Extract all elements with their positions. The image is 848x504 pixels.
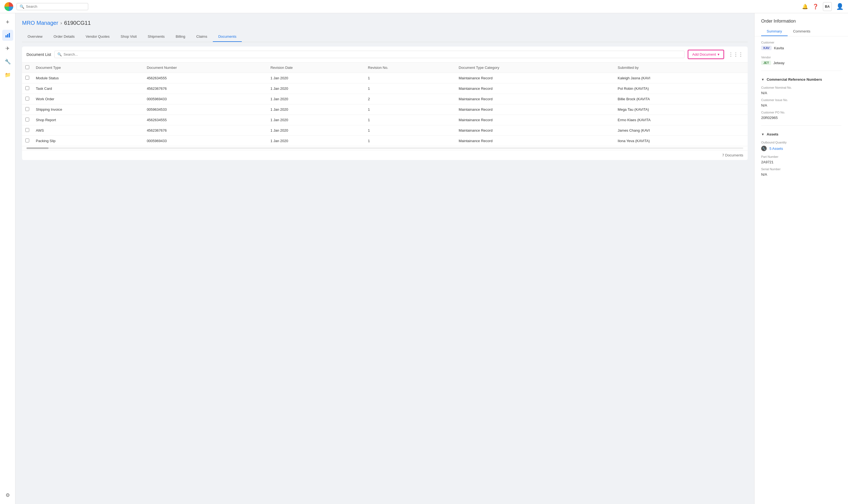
- col-submitted-by: Submitted by: [615, 62, 748, 73]
- row-rev-date: 1 Jan 2020: [267, 104, 365, 115]
- tab-claims[interactable]: Claims: [191, 32, 213, 42]
- document-list-title: Document List: [27, 52, 51, 57]
- sidebar-chart-item[interactable]: [2, 30, 13, 41]
- row-doc-number: 4562634555: [143, 115, 267, 125]
- row-submitted: Ilona Yeva (KAVITA): [615, 136, 748, 146]
- vendor-tag: JET: [761, 60, 771, 65]
- search-icon: 🔍: [20, 4, 24, 9]
- row-checkbox[interactable]: [25, 139, 29, 142]
- section-divider-2: [761, 125, 842, 126]
- row-rev-no: 1: [365, 115, 455, 125]
- customer-name: Kavita: [774, 46, 784, 50]
- table-row: Shipping Invoice 0059634533 1 Jan 2020 1…: [22, 104, 748, 115]
- tab-shipments[interactable]: Shipments: [142, 32, 170, 42]
- row-doc-type: AWS: [33, 125, 143, 136]
- left-sidebar: + ✈ 🔧 📁 ⚙: [0, 13, 15, 504]
- row-rev-no: 2: [365, 94, 455, 104]
- row-checkbox[interactable]: [25, 118, 29, 122]
- row-submitted: Billie Brock (KAVITA: [615, 94, 748, 104]
- search-input[interactable]: [26, 4, 85, 8]
- table-row: Packing Slip 0005969433 1 Jan 2020 1 Mai…: [22, 136, 748, 146]
- sidebar-add-button[interactable]: +: [2, 17, 13, 28]
- customer-label: Customer: [761, 41, 842, 44]
- add-document-label: Add Document: [692, 52, 716, 56]
- document-count: 7 Documents: [22, 150, 748, 160]
- row-rev-no: 1: [365, 104, 455, 115]
- app-logo: [4, 2, 13, 11]
- row-category: Maintainance Record: [455, 136, 615, 146]
- row-submitted: Pol Robin (KAVITA): [615, 84, 748, 94]
- row-doc-type: Packing Slip: [33, 136, 143, 146]
- right-tab-comments[interactable]: Comments: [788, 27, 816, 36]
- customer-nominal-value: N/A: [761, 91, 842, 95]
- row-category: Maintainance Record: [455, 94, 615, 104]
- breadcrumb-link[interactable]: MRO Manager: [22, 20, 58, 26]
- tab-order-details[interactable]: Order Details: [48, 32, 80, 42]
- row-doc-type: Shop Report: [33, 115, 143, 125]
- row-submitted: James Chang (KAVI: [615, 125, 748, 136]
- tab-overview[interactable]: Overview: [22, 32, 48, 42]
- tab-vendor-quotes[interactable]: Vendor Quotes: [80, 32, 115, 42]
- top-navigation: 🔍 🔔 ❓ BA 👤: [0, 0, 848, 13]
- vendor-name: Jetway: [773, 61, 784, 65]
- row-submitted: Kaleigh Jasna (KAVI: [615, 73, 748, 84]
- user-initials-badge[interactable]: BA: [823, 2, 832, 11]
- user-avatar-icon[interactable]: 👤: [836, 3, 844, 10]
- row-doc-type: Shipping Invoice: [33, 104, 143, 115]
- document-search[interactable]: 🔍: [54, 51, 685, 58]
- document-panel: Document List 🔍 Add Document ▾ ⋮⋮⋮ Docum…: [22, 47, 748, 160]
- row-doc-type: Task Card: [33, 84, 143, 94]
- document-panel-header: Document List 🔍 Add Document ▾ ⋮⋮⋮: [22, 47, 748, 62]
- tab-documents[interactable]: Documents: [213, 32, 242, 42]
- part-number-label: Part Number: [761, 155, 842, 158]
- tab-shop-visit[interactable]: Shop Visit: [115, 32, 142, 42]
- row-rev-no: 1: [365, 125, 455, 136]
- grid-view-icon[interactable]: ⋮⋮⋮: [728, 52, 743, 57]
- doc-search-icon: 🔍: [57, 52, 62, 56]
- row-doc-type: Work Order: [33, 94, 143, 104]
- table-scrollbar[interactable]: [22, 146, 748, 150]
- assets-title: Assets: [767, 132, 779, 136]
- row-doc-type: Module Status: [33, 73, 143, 84]
- row-doc-number: 4562367676: [143, 125, 267, 136]
- row-checkbox[interactable]: [25, 76, 29, 79]
- row-checkbox[interactable]: [25, 97, 29, 101]
- assets-arrow-icon: ▼: [761, 132, 764, 136]
- row-checkbox[interactable]: [25, 107, 29, 111]
- breadcrumb-current: 6190CG11: [64, 20, 91, 26]
- sidebar-plane-item[interactable]: ✈: [2, 43, 13, 54]
- row-doc-number: 4562367676: [143, 84, 267, 94]
- main-tabs: Overview Order Details Vendor Quotes Sho…: [22, 32, 748, 42]
- search-bar[interactable]: 🔍: [17, 3, 88, 10]
- row-checkbox[interactable]: [25, 128, 29, 132]
- tab-billing[interactable]: Billing: [170, 32, 191, 42]
- bell-icon[interactable]: 🔔: [802, 4, 808, 10]
- col-revision-date: Revision Date: [267, 62, 365, 73]
- row-category: Maintainance Record: [455, 125, 615, 136]
- add-document-button[interactable]: Add Document ▾: [688, 50, 724, 59]
- order-information-title: Order Information: [761, 19, 842, 24]
- assets-toggle[interactable]: ▼ Assets: [761, 130, 842, 139]
- row-rev-date: 1 Jan 2020: [267, 136, 365, 146]
- sidebar-tools-item[interactable]: 🔧: [2, 56, 13, 67]
- right-tab-summary[interactable]: Summary: [761, 27, 788, 36]
- sidebar-folder-item[interactable]: 📁: [2, 69, 13, 80]
- commercial-ref-section: ▼ Commercial Reference Numbers Customer …: [761, 75, 842, 120]
- help-icon[interactable]: ❓: [812, 4, 818, 10]
- customer-po-label: Customer PO No.: [761, 111, 842, 114]
- assets-section: ▼ Assets Outbound Quantity 🔧 5 Assets Pa…: [761, 130, 842, 177]
- serial-number-label: Serial Number: [761, 167, 842, 171]
- svg-rect-1: [7, 34, 8, 37]
- row-checkbox[interactable]: [25, 86, 29, 90]
- order-information-header: Order Information Summary Comments: [755, 13, 848, 36]
- chart-icon: [5, 33, 11, 38]
- table-row: Work Order 0005969433 1 Jan 2020 2 Maint…: [22, 94, 748, 104]
- document-search-input[interactable]: [64, 52, 681, 56]
- commercial-ref-toggle[interactable]: ▼ Commercial Reference Numbers: [761, 75, 842, 84]
- serial-number-value: N/A: [761, 173, 842, 177]
- assets-link[interactable]: 5 Assets: [769, 146, 783, 151]
- sidebar-gear-item[interactable]: ⚙: [2, 490, 13, 501]
- commercial-ref-body: Customer Nominal No. N/A Customer Issue …: [761, 86, 842, 120]
- select-all-checkbox[interactable]: [25, 65, 29, 69]
- row-doc-number: 0059634533: [143, 104, 267, 115]
